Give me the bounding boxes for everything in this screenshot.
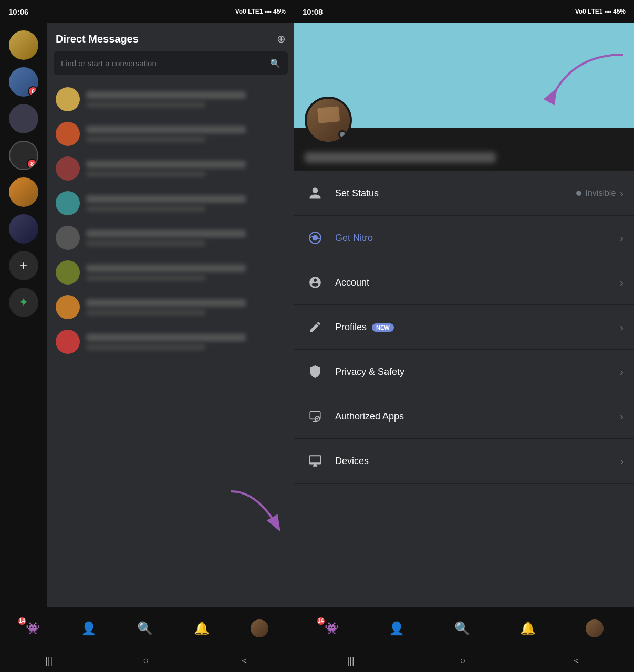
nav-item-friends-right[interactable]: 👤 [382,618,411,639]
account-label: Account [335,277,616,288]
search-nav-icon: 🔍 [137,621,153,636]
server-badge-2: 6 [28,86,38,97]
dm-avatar [56,87,80,111]
new-dm-icon[interactable]: ⊕ [277,33,286,45]
dm-text [86,91,286,108]
back-btn[interactable]: ＜ [240,654,249,667]
dm-text [86,230,286,246]
home-btn-right[interactable]: ○ [460,655,466,666]
sidebar: 6 8 + ✦ [0,23,47,607]
dm-name [86,126,246,133]
dm-item[interactable] [50,151,291,186]
sidebar-server-3[interactable] [9,104,38,133]
bell-icon-right: 🔔 [520,621,536,636]
nav-profile-avatar [251,620,268,637]
sidebar-server-4[interactable]: 8 [9,141,38,170]
set-status-label: Set Status [335,188,576,199]
dm-message [86,136,206,142]
dm-message [86,206,206,212]
system-nav-left: ||| ○ ＜ [0,649,294,672]
sidebar-server-2[interactable]: 6 [9,67,38,97]
explore-button[interactable]: ✦ [9,288,38,317]
dm-item[interactable] [50,186,291,220]
battery-icon-left: Vo0 LTE1 ▪▪▪ 45% [235,8,286,15]
battery-icon-right: Vo0 LTE1 ▪▪▪ 45% [575,8,626,15]
dm-item[interactable] [50,324,291,359]
dm-name [86,161,246,168]
dm-message [86,310,206,316]
nav-item-profile[interactable] [244,616,275,640]
home-badge: 14 [17,616,27,626]
sidebar-server-1[interactable] [9,30,38,60]
dm-avatar [56,330,80,354]
back-btn-right[interactable]: ＜ [571,654,581,667]
search-input[interactable] [61,59,265,68]
home-btn[interactable]: ○ [143,655,149,666]
chevron-right-icon: › [620,321,623,333]
left-panel: 10:06 Vo0 LTE1 ▪▪▪ 45% 6 8 + ✦ [0,0,294,672]
search-icon: 🔍 [270,58,280,68]
chevron-right-icon: › [620,366,623,378]
home-badge-right: 14 [316,616,326,626]
nav-item-notifications[interactable]: 🔔 [188,618,216,639]
nav-item-profile-right[interactable] [579,616,610,640]
search-bar[interactable]: 🔍 [54,51,288,75]
settings-item-account[interactable]: Account › [294,260,634,305]
dm-message [86,240,206,246]
profile-banner [294,23,634,128]
profile-avatar [305,97,352,144]
sidebar-server-5[interactable] [9,177,38,207]
dm-avatar [56,260,80,285]
settings-item-profiles[interactable]: ProfilesNEW › [294,305,634,350]
status-dot [338,130,347,139]
add-server-button[interactable]: + [9,251,38,280]
dm-item[interactable] [50,290,291,324]
status-bar-right: 10:08 Vo0 LTE1 ▪▪▪ 45% [294,0,634,23]
time-left: 10:06 [8,7,235,16]
dm-avatar [56,191,80,215]
ghost-icon-right: 👾 [325,622,339,635]
monitor-icon [305,450,326,471]
dm-text [86,126,286,142]
chevron-right-icon: › [620,455,623,467]
dm-name [86,230,246,237]
profile-avatar-wrap [305,97,352,144]
settings-item-privacy[interactable]: Privacy & Safety › [294,350,634,394]
dm-item[interactable] [50,82,291,117]
bottom-nav-right: 👾 14 👤 🔍 🔔 [294,607,634,649]
search-nav-icon-right: 🔍 [454,621,470,636]
recent-apps-btn[interactable]: ||| [45,655,53,666]
chevron-right-icon: › [620,232,623,244]
new-badge: NEW [372,323,394,332]
account-icon [305,272,326,293]
chevron-right-icon: › [620,277,623,289]
time-right: 10:08 [303,7,575,16]
recent-apps-btn-right[interactable]: ||| [347,655,355,666]
right-panel: 10:08 Vo0 LTE1 ▪▪▪ 45% [294,0,634,672]
sidebar-server-6[interactable] [9,214,38,244]
settings-item-authorized-apps[interactable]: Authorized Apps › [294,394,634,439]
privacy-safety-label: Privacy & Safety [335,366,616,377]
shield-icon [305,361,326,382]
dm-name [86,299,246,307]
friends-icon-right: 👤 [389,621,404,636]
profile-name-area [294,152,634,171]
settings-item-get-nitro[interactable]: Get Nitro › [294,216,634,260]
settings-list: Set Status Invisible › Get Nitro › [294,171,634,607]
dm-avatar [56,226,80,250]
nav-item-search-right[interactable]: 🔍 [448,618,476,639]
nav-item-home[interactable]: 👾 14 [19,618,46,638]
nav-item-notifications-right[interactable]: 🔔 [514,618,542,639]
dm-item[interactable] [50,117,291,151]
dm-message [86,171,206,177]
settings-item-devices[interactable]: Devices › [294,439,634,484]
nav-item-friends[interactable]: 👤 [75,618,103,639]
dm-item[interactable] [50,220,291,255]
dm-item[interactable] [50,255,291,290]
nav-item-home-right[interactable]: 👾 14 [318,618,345,638]
settings-item-set-status[interactable]: Set Status Invisible › [294,171,634,216]
nav-item-search[interactable]: 🔍 [131,618,159,639]
dm-name [86,334,246,341]
profile-name-blurred [305,152,496,163]
dm-title: Direct Messages [56,33,139,45]
